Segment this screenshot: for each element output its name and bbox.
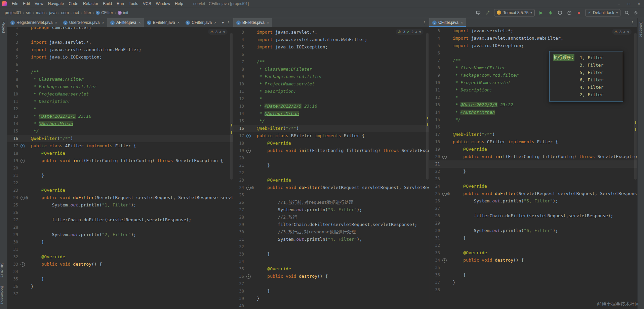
prev-warning-icon[interactable]: ∧ (219, 30, 222, 34)
code-text[interactable]: } (257, 287, 429, 295)
gutter-icons[interactable] (245, 103, 257, 110)
code-text[interactable]: @WebFilter("/*") (257, 125, 429, 132)
menu-window[interactable]: Window (154, 0, 173, 7)
next-warning-icon[interactable]: ∨ (223, 30, 225, 34)
gutter-icons[interactable] (441, 42, 453, 49)
gutter-icons[interactable] (441, 286, 453, 294)
menu-tools[interactable]: Tools (126, 0, 140, 7)
breadcrumb-item-src[interactable]: src (25, 10, 33, 15)
code-text[interactable]: //3,放行后,对response数据进行处理 (257, 228, 429, 236)
gutter-icons[interactable] (441, 146, 453, 153)
gutter-icons[interactable] (245, 66, 257, 73)
gutter-icons[interactable] (245, 88, 257, 95)
next-warning-icon[interactable]: ∨ (627, 30, 629, 34)
menu-code[interactable]: Code (66, 0, 81, 7)
annotation-gutter-icon[interactable]: @ (447, 190, 450, 197)
code-text[interactable]: * @Author:Mrhan (31, 120, 233, 127)
gutter-icons[interactable]: ↑ (19, 157, 31, 164)
code-text[interactable]: public class BFileter implements Filter … (257, 132, 429, 140)
prev-warning-icon[interactable]: ∧ (415, 30, 417, 34)
code-text[interactable] (31, 31, 233, 39)
gutter-icons[interactable] (19, 201, 31, 209)
run-config-select[interactable]: Tomcat 8.5.75 ▾ (494, 9, 535, 16)
gutter-icons[interactable] (441, 123, 453, 131)
gutter-icons[interactable] (245, 125, 257, 132)
menu-navigate[interactable]: Navigate (46, 0, 66, 7)
code-text[interactable]: } (31, 238, 233, 246)
overrides-icon[interactable]: ↑ (246, 149, 251, 153)
breadcrumb-item-java[interactable]: java (48, 10, 58, 15)
code-text[interactable]: public class AFilter implements Filter { (31, 142, 233, 150)
menu-view[interactable]: View (32, 0, 46, 7)
device-preview-icon[interactable] (475, 10, 481, 16)
code-text[interactable]: * Package:com.rcd.filter (31, 83, 233, 90)
chevron-down-icon[interactable]: ▾ (222, 21, 224, 25)
gutter-icons[interactable] (19, 283, 31, 290)
code-text[interactable]: filterChain.doFilter(servletRequest,serv… (31, 216, 233, 224)
gutter-icons[interactable] (245, 110, 257, 117)
code-text[interactable]: filterChain.doFilter(servletRequest,serv… (257, 221, 429, 228)
gutter-icons[interactable] (19, 105, 31, 113)
overrides-icon[interactable]: ↑ (21, 262, 25, 267)
gutter-icons[interactable] (441, 220, 453, 227)
code-text[interactable] (257, 51, 429, 58)
gutter-icons[interactable] (19, 224, 31, 231)
gutter-icons[interactable] (19, 120, 31, 127)
code-text[interactable] (453, 160, 637, 168)
gutter-icons[interactable] (441, 227, 453, 234)
gutter-icons[interactable] (245, 95, 257, 103)
code-text[interactable]: public void doFilter(ServletRequest serv… (257, 184, 429, 191)
scrollbar-thumb[interactable] (426, 33, 429, 180)
code-text[interactable]: package com.rcd.filter; (31, 27, 233, 31)
editor-scrollbar[interactable] (634, 27, 637, 309)
minimize-button[interactable]: – (614, 0, 624, 7)
gutter-icons[interactable] (245, 117, 257, 125)
gutter-icons[interactable] (245, 177, 257, 184)
code-text[interactable] (453, 175, 637, 183)
code-text[interactable] (453, 264, 637, 271)
close-icon[interactable]: × (102, 21, 104, 25)
gutter-icons[interactable] (245, 206, 257, 214)
gutter-icons[interactable] (19, 61, 31, 68)
code-text[interactable]: * ClassName:BFileter (257, 66, 429, 73)
gutter-icons[interactable] (19, 172, 31, 179)
stop-button[interactable]: ■ (576, 10, 582, 16)
gutter-icons[interactable] (245, 36, 257, 43)
code-text[interactable]: System.out.println("2, Filter"); (31, 231, 233, 238)
close-icon[interactable]: × (138, 21, 140, 25)
gutter-icons[interactable] (441, 94, 453, 101)
gutter-icons[interactable] (441, 138, 453, 146)
code-text[interactable]: public void init(FilterConfig filterConf… (257, 147, 429, 154)
tab-BFileter.java[interactable]: cBFileter.java× (233, 18, 272, 27)
debug-button[interactable] (548, 10, 554, 16)
code-text[interactable] (31, 268, 233, 275)
tab-CFilter.java[interactable]: cCFilter.java× (183, 18, 219, 27)
gutter-icons[interactable] (245, 169, 257, 177)
code-text[interactable]: //1,放行前,对request数据进行处理 (257, 199, 429, 206)
code-text[interactable]: * (31, 105, 233, 113)
code-text[interactable]: * ProjectName:servlet (31, 90, 233, 98)
gutter-icons[interactable]: ↑@ (245, 184, 257, 191)
code-text[interactable]: * Description: (31, 98, 233, 105)
close-icon[interactable]: × (267, 21, 269, 25)
more-icon[interactable]: ⋮ (422, 21, 426, 25)
code-text[interactable] (257, 258, 429, 265)
gutter-icons[interactable] (19, 90, 31, 98)
code-text[interactable]: @Override (453, 183, 637, 190)
code-text[interactable]: public class CFilter implements Filter { (453, 138, 637, 146)
tool-window-button-database[interactable]: Database (639, 18, 643, 41)
gutter-icons[interactable] (245, 214, 257, 221)
gutter-icons[interactable]: ↑@ (441, 190, 453, 197)
code-text[interactable]: filterChain.doFilter(servletRequest,serv… (453, 212, 637, 220)
code-text[interactable] (453, 205, 637, 212)
gutter-icons[interactable] (19, 39, 31, 46)
code-text[interactable]: /** (257, 58, 429, 66)
code-text[interactable]: public void doFilter(ServletRequest serv… (453, 190, 637, 197)
more-icon[interactable]: ⋮ (227, 21, 230, 25)
gutter-icons[interactable] (441, 249, 453, 257)
breadcrumb-item-main[interactable]: main (35, 10, 46, 15)
code-text[interactable] (453, 286, 637, 294)
gutter-icons[interactable] (19, 135, 31, 142)
gutter-icons[interactable] (19, 83, 31, 90)
code-text[interactable]: import javax.servlet.*; (453, 27, 637, 35)
